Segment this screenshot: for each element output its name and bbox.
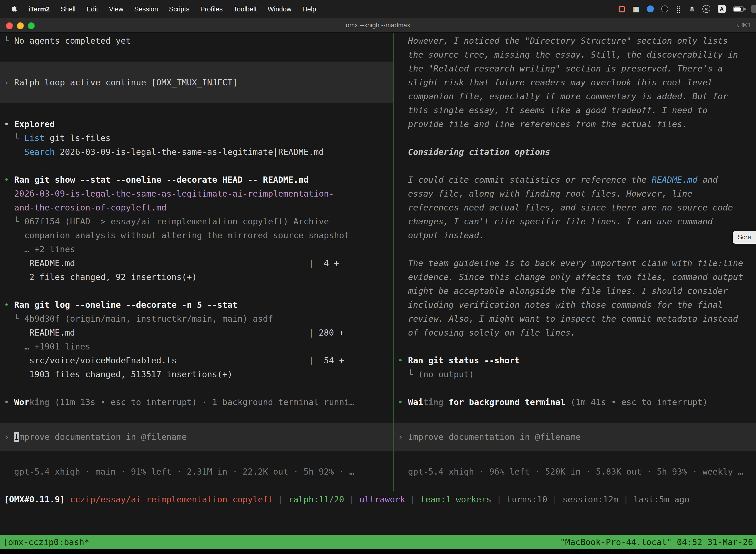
prompt-input-text: › Improve documentation in @filename <box>0 430 393 444</box>
text-segment: Wor <box>14 397 29 407</box>
menu-bar: iTerm2ShellEditViewSessionScriptsProfile… <box>0 0 756 18</box>
text-segment: the source tree, missing the essay. Stil… <box>398 50 738 60</box>
text-segment: evidence. Since this change only affects… <box>398 272 743 282</box>
ralph-loop-banner[interactable]: › Ralph loop active continue [OMX_TMUX_I… <box>0 62 393 103</box>
text-segment: (11m 13s • esc to interrupt) · 1 backgro… <box>50 397 354 407</box>
terminal-line: I could cite commit statistics or refere… <box>394 173 756 187</box>
grid-icon[interactable]: ▦ <box>632 4 639 13</box>
terminal-line: └ (no output) <box>394 367 756 381</box>
recording-indicator-icon[interactable] <box>619 6 625 12</box>
menu-items: iTerm2ShellEditViewSessionScriptsProfile… <box>23 5 322 13</box>
text-segment: Considering citation options <box>398 147 550 157</box>
tmux-status-bar: [omx-cczip0:bash* "MacBook-Pro-44.local"… <box>0 535 756 549</box>
text-segment: └ <box>4 36 14 46</box>
blank-line <box>394 340 756 353</box>
window-title-bar[interactable]: omx --xhigh --madmax ⌥⌘1 <box>0 18 756 33</box>
text-segment: provide file and line references from th… <box>398 119 687 129</box>
text-segment: and-the-erosion-of-copyleft.md <box>14 203 167 213</box>
menu-scripts[interactable]: Scripts <box>164 5 195 13</box>
text-segment: and <box>697 175 718 185</box>
text-segment: 2026-03-09-is-legal-the-same-as-legitima… <box>55 147 324 157</box>
right-pane: However, I noticed the "Directory Struct… <box>394 33 756 480</box>
apple-menu-icon[interactable] <box>7 5 23 13</box>
text-segment: README.md | 4 + <box>4 258 339 268</box>
text-segment: | <box>273 494 288 504</box>
blank-line <box>0 48 393 62</box>
blank-line <box>0 159 393 173</box>
terminal-line: evidence. Since this change only affects… <box>394 270 756 284</box>
ran-git-log: • Ran git log --oneline --decorate -n 5 … <box>0 298 393 312</box>
menu-status-icons: ▦⣿8.61A <box>619 4 756 13</box>
text-segment: (no output) <box>418 369 474 379</box>
explored-header: • Explored <box>0 117 393 131</box>
prompt-input[interactable]: › Improve documentation in @filename <box>0 423 393 451</box>
blank-line <box>0 103 393 117</box>
working-status: • Working (11m 13s • esc to interrupt) ·… <box>0 395 393 409</box>
battery-icon[interactable] <box>733 6 744 12</box>
prompt-input[interactable]: › Improve documentation in @filename <box>394 423 756 451</box>
menu-window[interactable]: Window <box>262 5 297 13</box>
text-segment: | <box>405 494 420 504</box>
meter-icon[interactable]: .61 <box>702 5 710 13</box>
blank-line <box>394 381 756 395</box>
screen-share-button[interactable]: Scre <box>733 231 756 244</box>
text-segment: I <box>14 432 19 442</box>
left-pane: └ No agents completed yet› Ralph loop ac… <box>0 33 393 480</box>
text-segment: 2026-03-09-is-legal-the-same-as-legitima… <box>14 189 334 199</box>
text-segment: 1903 files changed, 513517 insertions(+) <box>4 369 233 379</box>
terminal-line: README.md | 4 + <box>0 256 393 270</box>
menu-toolbelt[interactable]: Toolbelt <box>228 5 262 13</box>
text-segment: 4b9d30f (origin/main, instructkr/main, m… <box>24 314 273 324</box>
terminal-line: └ List git ls-files <box>0 131 393 145</box>
text-segment: Wai <box>408 397 423 407</box>
text-segment: ting <box>423 397 443 407</box>
text-segment: ultrawork <box>359 494 405 504</box>
text-segment: git show --stat --oneline --decorate HEA… <box>29 175 309 185</box>
model-status-line: gpt-5.4 xhigh · 96% left · 520K in · 5.8… <box>394 465 756 479</box>
text-segment: … <box>4 341 35 351</box>
menu-profiles[interactable]: Profiles <box>195 5 228 13</box>
screen: iTerm2ShellEditViewSessionScriptsProfile… <box>0 0 756 554</box>
text-segment <box>443 397 449 407</box>
terminal-line: changes, I can't cite specific file line… <box>394 214 756 228</box>
text-segment: gpt-5.4 xhigh · main · 91% left · 2.31M … <box>4 466 354 477</box>
terminal-line: essay file, along with finding root file… <box>394 187 756 201</box>
terminal-line: including verification notes with those … <box>394 298 756 312</box>
text-segment: gpt-5.4 xhigh · 96% left · 520K in · 5.8… <box>398 466 743 477</box>
menu-help[interactable]: Help <box>297 5 322 13</box>
text-segment: review. Also, I might want to inspect th… <box>398 314 738 324</box>
menu-view[interactable]: View <box>104 5 129 13</box>
input-source-icon[interactable]: A <box>718 5 726 13</box>
waiting-status: • Waiting for background terminal (1m 41… <box>394 395 756 409</box>
text-segment: 067f154 (HEAD -> essay/ai-reimplementati… <box>24 216 329 226</box>
text-segment: (1m 41s • esc to interrupt) <box>566 397 708 407</box>
text-segment: companion analysis without altering the … <box>4 230 349 240</box>
dark-app-icon[interactable] <box>661 5 668 12</box>
glyph-8-icon[interactable]: 8 <box>689 4 695 13</box>
ralph-loop-banner-text: › Ralph loop active continue [OMX_TMUX_I… <box>0 75 393 89</box>
text-segment: slight risk that future readers may over… <box>398 77 712 88</box>
terminal-line: this single essay, it seems like a good … <box>394 103 756 117</box>
terminal-line: companion file, especially if more comme… <box>394 89 756 103</box>
text-segment: └ <box>4 216 24 226</box>
menu-edit[interactable]: Edit <box>81 5 104 13</box>
terminal-line: src/voice/voiceModeEnabled.ts | 54 + <box>0 353 393 367</box>
text-segment: +2 lines <box>35 244 75 254</box>
clipped-icon[interactable] <box>751 5 756 13</box>
text-segment: | <box>344 494 359 504</box>
blank-line <box>394 409 756 423</box>
blank-line <box>394 451 756 465</box>
menu-left: iTerm2ShellEditViewSessionScriptsProfile… <box>0 5 322 13</box>
app-grid-icon[interactable]: ⣿ <box>676 4 682 13</box>
text-segment: git status --short <box>423 355 520 365</box>
text-segment: └ <box>398 369 418 379</box>
menu-iterm2[interactable]: iTerm2 <box>23 5 55 13</box>
menu-shell[interactable]: Shell <box>55 5 81 13</box>
text-segment: The team guideline is to back every impo… <box>398 258 743 268</box>
menu-session[interactable]: Session <box>129 5 164 13</box>
text-segment: › <box>398 432 408 442</box>
text-segment: references need actual files, and since … <box>398 203 733 213</box>
blue-app-icon[interactable] <box>647 5 654 12</box>
text-segment: this single essay, it seems like a good … <box>398 105 708 115</box>
text-segment: changes, I can't cite specific file line… <box>398 216 712 226</box>
